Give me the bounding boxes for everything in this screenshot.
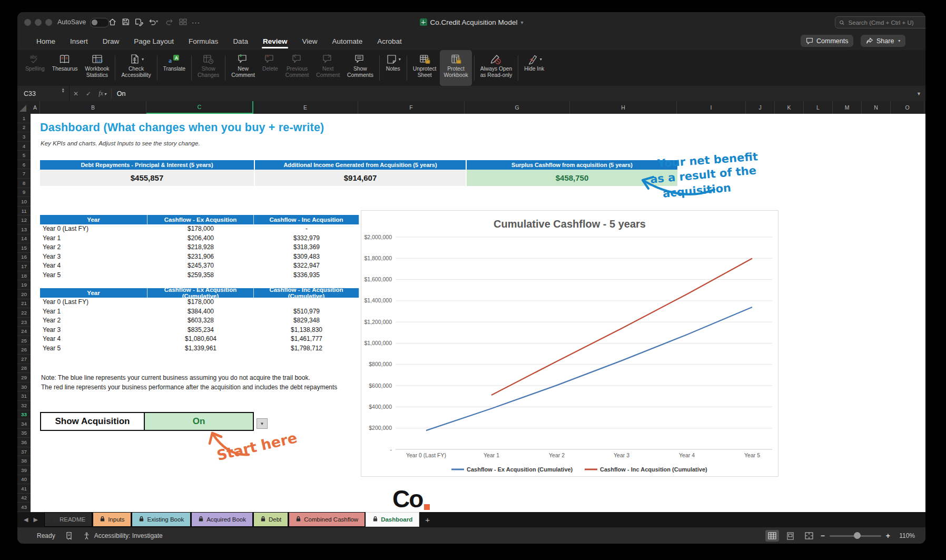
sheet-tab-acquired-book[interactable]: Acquired Book (191, 512, 253, 527)
row-header-34[interactable]: 34 (17, 419, 31, 429)
row-header-5[interactable]: 5 (17, 151, 31, 160)
close-window-button[interactable] (24, 19, 31, 26)
row-header-39[interactable]: 39 (17, 466, 31, 475)
name-box-spinner[interactable]: ▲▼ (62, 88, 65, 93)
sheet-tab-readme[interactable]: README (44, 512, 92, 527)
row-header-12[interactable]: 12 (17, 215, 31, 225)
row-header-3[interactable]: 3 (17, 132, 31, 142)
sheet-tab-combined-cashflow[interactable]: Combined Cashflow (289, 512, 365, 527)
zoom-out-button[interactable]: − (821, 532, 825, 540)
row-header-9[interactable]: 9 (17, 188, 31, 198)
menu-tab-data[interactable]: Data (225, 32, 255, 50)
row-header-20[interactable]: 20 (17, 290, 31, 299)
save-icon[interactable] (121, 17, 131, 27)
column-header-C[interactable]: C (146, 101, 253, 114)
row-header-42[interactable]: 42 (17, 494, 31, 503)
add-sheet-button[interactable]: + (420, 512, 435, 527)
workbook-statistics-button[interactable]: 123Workbook Statistics (81, 50, 113, 86)
column-header-O[interactable]: O (891, 101, 924, 114)
menu-tab-automate[interactable]: Automate (324, 32, 370, 50)
menu-tab-review[interactable]: Review (255, 32, 295, 50)
menu-tab-acrobat[interactable]: Acrobat (370, 32, 409, 50)
row-header-27[interactable]: 27 (17, 355, 31, 364)
sheet-tab-dashboard[interactable]: Dashboard (366, 512, 419, 527)
worksheet[interactable]: Dashboard (What changes when you buy + r… (31, 114, 925, 512)
row-header-7[interactable]: 7 (17, 169, 31, 179)
zoom-window-button[interactable] (45, 19, 52, 26)
row-header-41[interactable]: 41 (17, 484, 31, 494)
show-acquisition-dropdown[interactable]: ▼ (257, 418, 268, 429)
row-header-18[interactable]: 18 (17, 271, 31, 281)
row-header-13[interactable]: 13 (17, 225, 31, 234)
column-header-J[interactable]: J (746, 101, 775, 114)
row-header-31[interactable]: 31 (17, 391, 31, 401)
menu-tab-page-layout[interactable]: Page Layout (126, 32, 181, 50)
row-header-28[interactable]: 28 (17, 364, 31, 374)
minimize-window-button[interactable] (35, 19, 42, 26)
column-header-L[interactable]: L (804, 101, 833, 114)
search-field[interactable] (835, 16, 925, 28)
row-header-19[interactable]: 19 (17, 280, 31, 290)
formula-bar-expand-icon[interactable]: ▼ (917, 91, 921, 96)
menu-tab-draw[interactable]: Draw (95, 32, 127, 50)
redo-icon[interactable] (165, 17, 175, 27)
column-header-M[interactable]: M (833, 101, 862, 114)
hide-ink-button[interactable]: ▾Hide Ink (520, 50, 548, 86)
notes-button[interactable]: ▾Notes (382, 50, 405, 86)
prev-sheet-arrow-icon[interactable]: ◀ (24, 516, 28, 523)
zoom-level[interactable]: 110% (895, 532, 915, 539)
save-as-icon[interactable] (134, 17, 144, 27)
home-icon[interactable] (108, 17, 117, 27)
row-header-30[interactable]: 30 (17, 382, 31, 392)
embedded-chart[interactable]: Cumulative Cashflow - 5 years$2,000,000$… (361, 210, 779, 477)
column-header-N[interactable]: N (862, 101, 891, 114)
undo-chevron-icon[interactable]: ▾ (156, 17, 165, 27)
row-header-2[interactable]: 2 (17, 123, 31, 133)
name-box[interactable]: C33 ▲▼ (17, 86, 70, 101)
menu-tab-home[interactable]: Home (29, 32, 63, 50)
new-comment-button[interactable]: New Comment (228, 50, 259, 86)
sheet-tab-existing-book[interactable]: Existing Book (132, 512, 191, 527)
row-header-14[interactable]: 14 (17, 234, 31, 244)
row-header-25[interactable]: 25 (17, 336, 31, 346)
column-header-F[interactable]: F (358, 101, 465, 114)
row-header-33[interactable]: 33 (17, 410, 31, 420)
translate-button[interactable]: aATranslate (160, 50, 190, 86)
sheet-tab-debt[interactable]: Debt (253, 512, 288, 527)
show-acquisition-value-cell[interactable]: On (145, 413, 253, 430)
row-header-15[interactable]: 15 (17, 243, 31, 253)
row-header-43[interactable]: 43 (17, 503, 31, 512)
select-all-corner[interactable] (19, 105, 26, 112)
row-header-11[interactable]: 11 (17, 207, 31, 216)
row-header-38[interactable]: 38 (17, 456, 31, 466)
row-header-26[interactable]: 26 (17, 345, 31, 355)
autosave-toggle[interactable] (90, 18, 109, 27)
sheet-tab-inputs[interactable]: Inputs (93, 512, 131, 527)
show-comments-button[interactable]: Show Comments (343, 50, 377, 86)
column-header-K[interactable]: K (775, 101, 804, 114)
window-split-icon[interactable] (179, 17, 188, 27)
column-header-E[interactable]: E (253, 101, 358, 114)
row-header-40[interactable]: 40 (17, 475, 31, 485)
next-sheet-arrow-icon[interactable]: ▶ (33, 516, 37, 523)
thesaurus-button[interactable]: Thesaurus (48, 50, 82, 86)
column-header-I[interactable]: I (677, 101, 746, 114)
row-header-6[interactable]: 6 (17, 160, 31, 170)
row-header-24[interactable]: 24 (17, 327, 31, 336)
row-header-35[interactable]: 35 (17, 429, 31, 438)
title-chevron-icon[interactable]: ▾ (520, 19, 523, 25)
cancel-entry-icon[interactable]: ✕ (73, 90, 78, 97)
insert-function-icon[interactable]: fx▾ (98, 90, 106, 97)
menu-tab-formulas[interactable]: Formulas (181, 32, 225, 50)
row-header-23[interactable]: 23 (17, 318, 31, 327)
normal-view-button[interactable] (765, 530, 779, 542)
row-header-21[interactable]: 21 (17, 299, 31, 309)
row-header-29[interactable]: 29 (17, 373, 31, 382)
unprotect-sheet-button[interactable]: Unprotect Sheet (409, 50, 440, 86)
always-open-as-read-only-button[interactable]: Always Open as Read-only (477, 50, 516, 86)
comments-button[interactable]: Comments (801, 35, 853, 47)
accessibility-status[interactable]: Accessibility: Investigate (83, 532, 163, 540)
row-header-32[interactable]: 32 (17, 401, 31, 410)
row-header-4[interactable]: 4 (17, 142, 31, 151)
confirm-entry-icon[interactable]: ✓ (86, 90, 91, 97)
